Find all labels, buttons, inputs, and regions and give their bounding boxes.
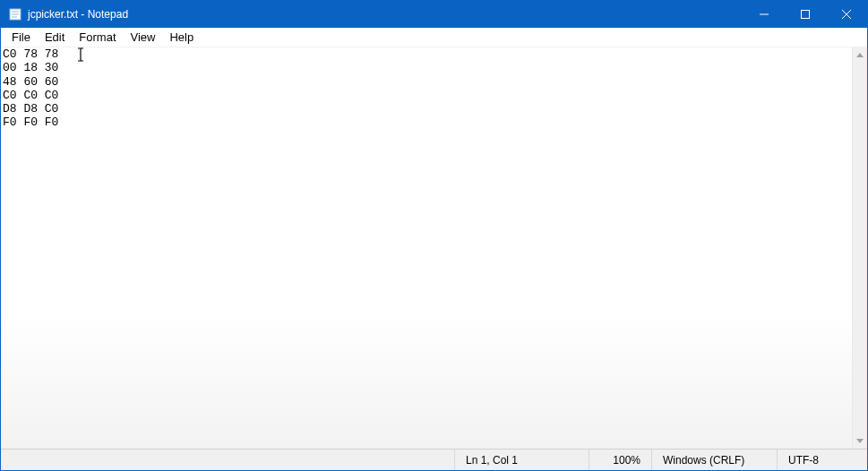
status-encoding: UTF-8 bbox=[778, 450, 867, 470]
titlebar[interactable]: jcpicker.txt - Notepad bbox=[1, 1, 867, 28]
status-line-ending: Windows (CRLF) bbox=[652, 450, 778, 470]
vertical-scrollbar[interactable] bbox=[852, 47, 867, 449]
scroll-track[interactable] bbox=[853, 63, 867, 433]
menu-help[interactable]: Help bbox=[162, 29, 201, 46]
close-button[interactable] bbox=[826, 1, 867, 28]
minimize-button[interactable] bbox=[743, 1, 785, 28]
status-zoom: 100% bbox=[589, 450, 652, 470]
notepad-window: jcpicker.txt - Notepad File Edit Format … bbox=[0, 0, 868, 471]
scroll-up-icon[interactable] bbox=[853, 47, 867, 63]
menu-format[interactable]: Format bbox=[72, 29, 123, 46]
text-editor[interactable]: C0 78 78 00 18 30 48 60 60 C0 C0 C0 D8 D… bbox=[1, 47, 852, 449]
editor-area: C0 78 78 00 18 30 48 60 60 C0 C0 C0 D8 D… bbox=[1, 47, 867, 449]
menubar: File Edit Format View Help bbox=[1, 28, 867, 47]
menu-file[interactable]: File bbox=[4, 29, 38, 46]
menu-edit[interactable]: Edit bbox=[38, 29, 72, 46]
menu-view[interactable]: View bbox=[124, 29, 163, 46]
maximize-button[interactable] bbox=[785, 1, 826, 28]
window-title: jcpicker.txt - Notepad bbox=[28, 8, 128, 21]
svg-rect-5 bbox=[802, 11, 810, 19]
status-cursor-position: Ln 1, Col 1 bbox=[455, 450, 589, 470]
window-controls bbox=[743, 1, 867, 28]
notepad-app-icon bbox=[8, 7, 22, 21]
statusbar-spacer bbox=[1, 450, 455, 470]
scroll-down-icon[interactable] bbox=[853, 433, 867, 449]
statusbar: Ln 1, Col 1 100% Windows (CRLF) UTF-8 bbox=[1, 449, 867, 470]
